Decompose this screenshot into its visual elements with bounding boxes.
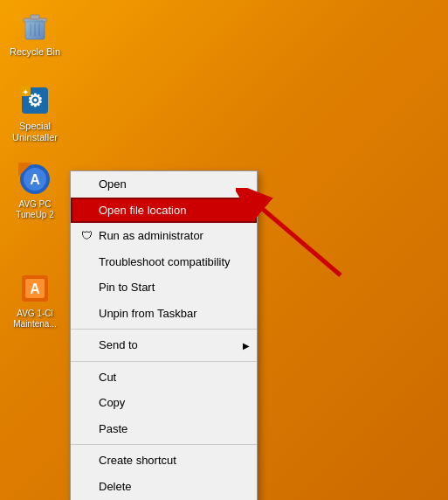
menu-item-troubleshoot[interactable]: Troubleshoot compatibility xyxy=(71,249,257,275)
recycle-bin-icon[interactable]: Recycle Bin xyxy=(4,9,65,58)
svg-text:✦: ✦ xyxy=(22,87,29,97)
avg-maintenance-image: A xyxy=(17,271,52,306)
menu-item-pin-to-start[interactable]: Pin to Start xyxy=(71,274,257,301)
menu-item-copy[interactable]: Copy xyxy=(71,390,257,416)
svg-text:A: A xyxy=(30,172,40,187)
separator-1 xyxy=(71,329,257,330)
svg-line-19 xyxy=(253,201,341,275)
avg-maintenance-label: AVG 1-Cl Maintena... xyxy=(4,309,65,330)
menu-item-paste[interactable]: Paste xyxy=(71,416,257,442)
special-uninstaller-image: ⚙ ✦ xyxy=(17,83,52,118)
shield-icon: 🛡 xyxy=(79,229,93,243)
menu-item-delete[interactable]: Delete xyxy=(71,474,257,500)
menu-item-send-to[interactable]: Send to xyxy=(71,332,257,358)
separator-3 xyxy=(71,444,257,445)
recycle-bin-label: Recycle Bin xyxy=(10,46,60,58)
avg-maintenance-icon[interactable]: A AVG 1-Cl Maintena... xyxy=(4,271,65,330)
recycle-bin-image xyxy=(17,9,52,44)
menu-item-open-file-location[interactable]: Open file location xyxy=(71,198,257,224)
svg-text:A: A xyxy=(30,281,40,296)
separator-2 xyxy=(71,361,257,362)
context-menu: Open Open file location 🛡 Run as adminis… xyxy=(70,170,258,500)
menu-item-open[interactable]: Open xyxy=(71,171,257,198)
avg-tuneup-icon[interactable]: A AVG PC TuneUp 2 xyxy=(4,162,65,220)
avg-tuneup-image: A xyxy=(17,162,52,197)
special-uninstaller-icon[interactable]: ⚙ ✦ Special Uninstaller xyxy=(4,83,65,143)
svg-rect-2 xyxy=(31,15,39,19)
svg-rect-6 xyxy=(25,20,45,39)
avg-tuneup-label: AVG PC TuneUp 2 xyxy=(4,199,65,220)
menu-item-run-as-admin[interactable]: 🛡 Run as administrator xyxy=(71,223,257,249)
menu-item-create-shortcut[interactable]: Create shortcut xyxy=(71,448,257,474)
menu-item-cut[interactable]: Cut xyxy=(71,365,257,391)
special-uninstaller-label: Special Uninstaller xyxy=(4,121,65,143)
menu-item-unpin-taskbar[interactable]: Unpin from Taskbar xyxy=(71,301,257,327)
